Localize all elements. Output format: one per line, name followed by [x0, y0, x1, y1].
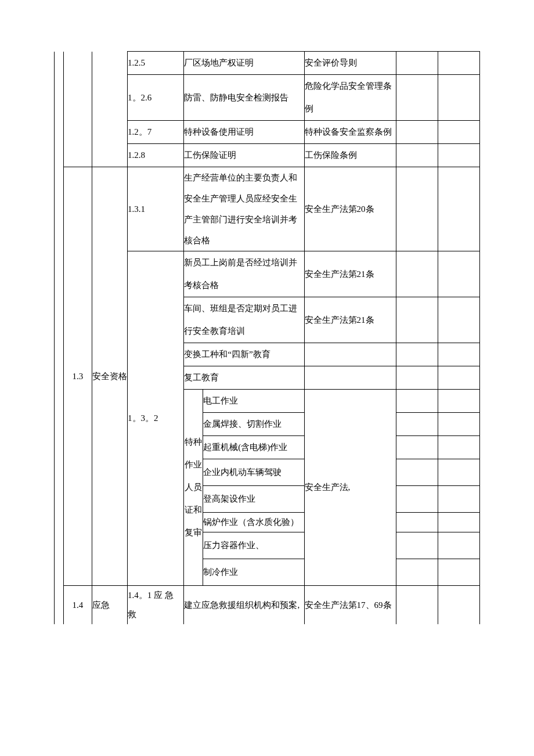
blank-cell — [396, 343, 438, 366]
blank-cell — [396, 144, 438, 167]
desc-cell: 压力容器作业、 — [203, 532, 304, 559]
blank-cell — [396, 52, 438, 75]
code-cell: 1.3.1 — [128, 167, 184, 251]
desc-cell: 新员工上岗前是否经过培训并考核合格 — [184, 251, 304, 297]
document-table: 1.2.5 厂区场地产权证明 安全评价导则 1。2.6 防雷、防静电安全检测报告… — [54, 51, 480, 624]
law-cell: 安全生产法, — [304, 390, 396, 586]
blank-cell — [438, 486, 480, 513]
blank-cell — [438, 144, 480, 167]
desc-cell: 防雷、防静电安全检测报告 — [184, 75, 304, 121]
law-cell: 危险化学品安全管理条例 — [304, 75, 396, 121]
blank-cell — [396, 586, 438, 625]
blank-cell — [396, 459, 438, 486]
desc-cell: 锅炉作业（含水质化验） — [203, 513, 304, 532]
blank-cell — [438, 413, 480, 436]
blank-cell — [396, 513, 438, 532]
desc-cell: 工伤保险证明 — [184, 144, 304, 167]
desc-cell: 登高架设作业 — [203, 486, 304, 513]
blank-cell — [396, 486, 438, 513]
section-num: 1.4 — [64, 586, 92, 625]
blank-cell — [438, 559, 480, 586]
blank-cell — [438, 532, 480, 559]
blank-cell — [396, 297, 438, 343]
law-cell: 安全生产法第21条 — [304, 297, 396, 343]
blank-cell — [438, 459, 480, 486]
desc-cell: 企业内机动车辆驾驶 — [203, 459, 304, 486]
col-blank-left — [55, 52, 64, 625]
code-cell: 1.2。7 — [128, 121, 184, 144]
table-row: 1.2.5 厂区场地产权证明 安全评价导则 — [55, 52, 480, 75]
law-cell: 特种设备安全监察条例 — [304, 121, 396, 144]
code-cell: 1.4。1 应 急 救 — [128, 586, 184, 625]
blank-cell — [438, 167, 480, 251]
blank-cell — [396, 121, 438, 144]
blank-cell — [438, 75, 480, 121]
desc-cell: 变换工种和“四新”教育 — [184, 343, 304, 366]
blank-cell — [438, 297, 480, 343]
desc-cell: 特种设备使用证明 — [184, 121, 304, 144]
blank-cell — [438, 343, 480, 366]
table-row: 1.4 应急 1.4。1 应 急 救 建立应急救援组织机构和预案, 安全生产法第… — [55, 586, 480, 625]
desc-cell: 起重机械(含电梯)作业 — [203, 436, 304, 459]
blank-cell — [438, 513, 480, 532]
code-cell: 1。3。2 — [128, 251, 184, 586]
blank-cell — [438, 586, 480, 625]
blank-cell — [396, 390, 438, 413]
desc-cell: 制冷作业 — [203, 559, 304, 586]
section-title: 安全资格 — [92, 167, 128, 586]
law-cell: 安全生产法第17、69条 — [304, 586, 396, 625]
blank-cell — [438, 251, 480, 297]
blank-cell — [438, 121, 480, 144]
blank-cell — [396, 75, 438, 121]
desc-cell: 建立应急救援组织机构和预案, — [184, 586, 304, 625]
law-cell — [304, 366, 396, 390]
col-section-num — [64, 52, 92, 167]
law-cell: 工伤保险条例 — [304, 144, 396, 167]
law-cell: 安全生产法第21条 — [304, 251, 396, 297]
vertical-label: 特种作业人员证和复审 — [184, 390, 203, 586]
desc-cell: 电工作业 — [203, 390, 304, 413]
law-cell: 安全生产法第20条 — [304, 167, 396, 251]
code-cell: 1。2.6 — [128, 75, 184, 121]
law-cell: 安全评价导则 — [304, 52, 396, 75]
blank-cell — [396, 366, 438, 390]
section-title: 应急 — [92, 586, 128, 625]
desc-cell: 车间、班组是否定期对员工进行安全教育培训 — [184, 297, 304, 343]
code-cell: 1.2.8 — [128, 144, 184, 167]
law-cell — [304, 343, 396, 366]
col-section-title — [92, 52, 128, 167]
section-num: 1.3 — [64, 167, 92, 586]
desc-cell: 金属焊接、切割作业 — [203, 413, 304, 436]
blank-cell — [438, 52, 480, 75]
blank-cell — [396, 413, 438, 436]
blank-cell — [396, 559, 438, 586]
table-row: 1.3 安全资格 1.3.1 生产经营单位的主要负责人和安全生产管理人员应经安全… — [55, 167, 480, 251]
blank-cell — [438, 436, 480, 459]
blank-cell — [396, 436, 438, 459]
code-cell: 1.2.5 — [128, 52, 184, 75]
blank-cell — [438, 366, 480, 390]
desc-cell: 生产经营单位的主要负责人和安全生产管理人员应经安全生产主管部门进行安全培训并考核… — [184, 167, 304, 251]
blank-cell — [396, 251, 438, 297]
desc-cell: 厂区场地产权证明 — [184, 52, 304, 75]
desc-cell: 复工教育 — [184, 366, 304, 390]
blank-cell — [396, 532, 438, 559]
blank-cell — [396, 167, 438, 251]
blank-cell — [438, 390, 480, 413]
